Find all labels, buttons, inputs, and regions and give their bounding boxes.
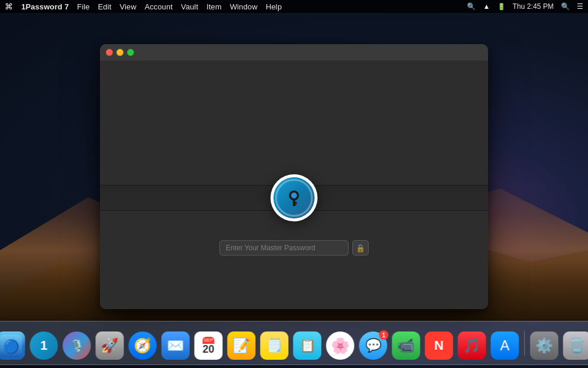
menu-edit[interactable]: Edit bbox=[98, 2, 112, 11]
dock-messages[interactable]: 💬 1 bbox=[358, 330, 389, 361]
dock-1password[interactable]: 1 bbox=[29, 330, 59, 361]
menu-item[interactable]: Item bbox=[206, 2, 222, 11]
app-window: 🔒 bbox=[100, 44, 488, 309]
window-upper bbox=[100, 61, 488, 185]
menubar-search-icon[interactable]: 🔍 bbox=[467, 2, 476, 11]
dock-system-prefs[interactable]: ⚙️ bbox=[529, 330, 560, 361]
facetime-icon: 📹 bbox=[392, 331, 420, 360]
svg-text:🔵: 🔵 bbox=[3, 339, 19, 354]
dock-music[interactable]: 🎵 bbox=[457, 330, 487, 361]
launchpad-icon: 🚀 bbox=[96, 331, 124, 360]
menu-help[interactable]: Help bbox=[266, 2, 282, 11]
app-name[interactable]: 1Password 7 bbox=[21, 2, 69, 11]
svg-point-1 bbox=[291, 193, 297, 198]
music-icon: 🎵 bbox=[458, 331, 486, 360]
key-icon bbox=[283, 187, 305, 208]
menu-vault[interactable]: Vault bbox=[181, 2, 198, 11]
dock-mail[interactable]: ✉️ bbox=[161, 330, 191, 361]
menubar: ⌘ 1Password 7 File Edit View Account Vau… bbox=[0, 0, 588, 13]
calendar-icon: SEP 20 bbox=[195, 331, 223, 360]
menubar-spotlight-icon[interactable]: 🔍 bbox=[561, 2, 570, 11]
dock-facetime[interactable]: 📹 bbox=[391, 330, 422, 361]
news-icon: N bbox=[425, 331, 453, 360]
dock-finder[interactable]: 🔵 bbox=[0, 330, 26, 361]
dock-launchpad[interactable]: 🚀 bbox=[95, 330, 125, 361]
password-field-container: 🔒 bbox=[219, 240, 369, 256]
dock-trash[interactable]: 🗑️ bbox=[562, 330, 589, 361]
traffic-lights bbox=[106, 49, 134, 56]
menubar-control-center-icon[interactable]: ☰ bbox=[577, 2, 583, 11]
messages-badge: 1 bbox=[379, 330, 389, 340]
dock: 🔵 1 🎙️ 🚀 🧭 ✉️ SEP bbox=[0, 321, 588, 365]
logo-outer-ring bbox=[270, 174, 318, 221]
svg-rect-2 bbox=[293, 199, 295, 206]
maximize-button[interactable] bbox=[127, 49, 134, 56]
dock-files[interactable]: 📋 bbox=[292, 330, 323, 361]
dock-stickies[interactable]: 🗒️ bbox=[259, 330, 290, 361]
svg-rect-4 bbox=[295, 204, 296, 205]
siri-icon: 🎙️ bbox=[63, 331, 91, 360]
dock-calendar[interactable]: SEP 20 bbox=[193, 330, 224, 361]
menu-file[interactable]: File bbox=[77, 2, 89, 11]
stickies-icon: 🗒️ bbox=[260, 331, 289, 360]
menubar-left: ⌘ 1Password 7 File Edit View Account Vau… bbox=[5, 2, 282, 11]
appstore-icon: A bbox=[491, 331, 519, 360]
photos-icon: 🌸 bbox=[326, 331, 355, 360]
mail-icon: ✉️ bbox=[162, 331, 190, 360]
dock-notes[interactable]: 📝 bbox=[226, 330, 257, 361]
menu-view[interactable]: View bbox=[119, 2, 136, 11]
lock-icon: 🔒 bbox=[356, 244, 365, 253]
menu-account[interactable]: Account bbox=[145, 2, 173, 11]
finder-icon: 🔵 bbox=[0, 331, 25, 360]
window-divider bbox=[100, 185, 488, 211]
window-lower: 🔒 bbox=[100, 211, 488, 309]
dock-news[interactable]: N bbox=[424, 330, 455, 361]
logo-inner-circle bbox=[273, 177, 315, 218]
svg-point-0 bbox=[289, 191, 299, 200]
dock-photos[interactable]: 🌸 bbox=[325, 330, 356, 361]
lock-button[interactable]: 🔒 bbox=[352, 240, 369, 256]
dock-appstore[interactable]: A bbox=[490, 330, 520, 361]
dock-siri[interactable]: 🎙️ bbox=[62, 330, 92, 361]
apple-menu[interactable]: ⌘ bbox=[5, 2, 13, 11]
minimize-button[interactable] bbox=[116, 49, 123, 56]
dock-safari[interactable]: 🧭 bbox=[128, 330, 158, 361]
menubar-time: Thu 2:45 PM bbox=[513, 2, 554, 11]
safari-icon: 🧭 bbox=[129, 331, 157, 360]
title-bar bbox=[100, 44, 488, 61]
app-logo-container bbox=[270, 174, 318, 221]
trash-icon: 🗑️ bbox=[563, 331, 589, 360]
notes-icon: 📝 bbox=[228, 331, 256, 360]
svg-rect-3 bbox=[295, 202, 297, 204]
dock-separator bbox=[524, 331, 525, 356]
files-icon: 📋 bbox=[293, 331, 322, 360]
1password-icon: 1 bbox=[30, 331, 58, 360]
window-content: 🔒 bbox=[100, 61, 488, 309]
system-prefs-icon: ⚙️ bbox=[530, 331, 559, 360]
master-password-input[interactable] bbox=[219, 240, 349, 256]
menubar-wifi-icon: ▲ bbox=[483, 2, 490, 11]
menubar-battery-icon: 🔋 bbox=[497, 3, 506, 11]
menu-window[interactable]: Window bbox=[230, 2, 258, 11]
close-button[interactable] bbox=[106, 49, 113, 56]
menubar-right: 🔍 ▲ 🔋 Thu 2:45 PM 🔍 ☰ bbox=[467, 2, 583, 11]
